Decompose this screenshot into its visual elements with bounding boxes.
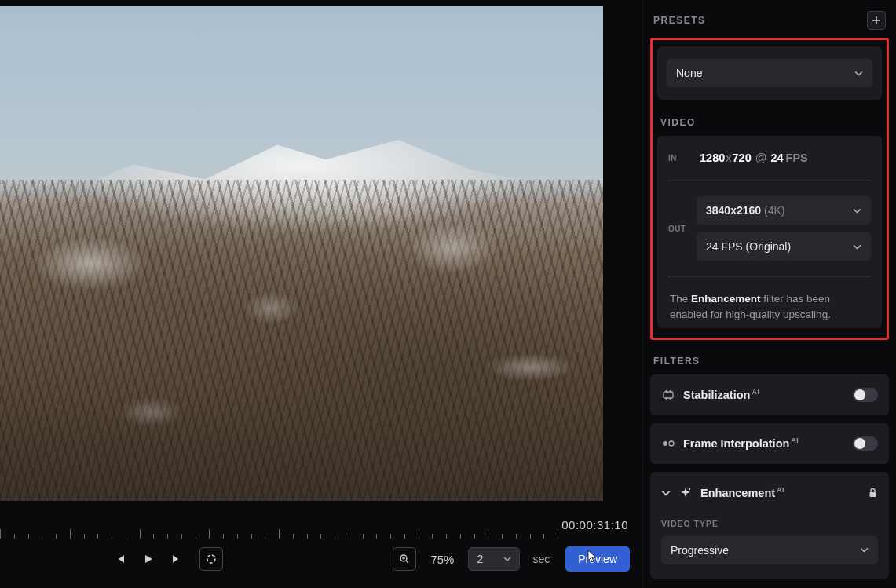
svg-point-6 [663, 441, 667, 446]
preset-card: None [657, 46, 882, 100]
enhancement-card: EnhancementAI VIDEO TYPE Progressive [650, 472, 889, 579]
video-type-select[interactable]: Progressive [661, 536, 878, 564]
video-section-title: VIDEO [660, 117, 696, 128]
filters-section-title: FILTERS [653, 356, 700, 367]
video-preview[interactable] [0, 6, 603, 501]
step-back-button[interactable] [110, 549, 130, 569]
svg-rect-5 [664, 392, 673, 398]
zoom-button[interactable] [393, 547, 416, 571]
out-fps-value: 24 FPS (Original) [706, 240, 791, 253]
enhancement-note: The Enhancement filter has been enabled … [668, 277, 871, 328]
chevron-down-icon [860, 546, 869, 554]
out-resolution-value: 3840x2160 (4K) [706, 204, 784, 217]
out-resolution-select[interactable]: 3840x2160 (4K) [697, 196, 871, 225]
out-tag: OUT [668, 225, 692, 233]
in-resolution: 1280x720@24FPS [700, 152, 808, 164]
preset-value: None [676, 67, 702, 79]
seconds-label: sec [532, 553, 550, 565]
playback-controls: 75% 2 sec Preview [0, 539, 642, 579]
chevron-down-icon [853, 243, 861, 251]
preview-button[interactable]: Preview [565, 546, 630, 572]
stabilization-icon [661, 388, 675, 402]
stabilization-label: StabilizationAI [683, 388, 759, 401]
highlight-annotation: None VIDEO IN 1280x720@24FPS OUT [650, 38, 889, 340]
video-in-row: IN 1280x720@24FPS [668, 136, 871, 180]
main-panel: 00:00:31:10 75% 2 sec Preview [0, 0, 642, 588]
stabilization-filter: StabilizationAI [650, 374, 889, 415]
preview-frame [0, 6, 603, 501]
add-preset-button[interactable] [867, 11, 886, 30]
chevron-down-icon [503, 555, 511, 563]
presets-header: PRESETS [650, 0, 889, 36]
loop-button[interactable] [199, 547, 223, 571]
side-panel: PRESETS None VIDEO IN [642, 0, 896, 588]
video-type-label: VIDEO TYPE [661, 500, 878, 536]
chevron-down-icon [661, 488, 671, 498]
svg-point-8 [689, 488, 690, 489]
video-type-value: Progressive [671, 544, 729, 557]
seconds-value: 2 [477, 553, 483, 565]
frame-interpolation-icon [661, 436, 675, 451]
frame-interpolation-label: Frame InterpolationAI [683, 436, 799, 450]
enhancement-header[interactable]: EnhancementAI [661, 486, 878, 500]
video-out-row: OUT 3840x2160 (4K) 24 FPS (Original) [668, 180, 871, 276]
play-button[interactable] [138, 549, 159, 569]
seconds-select[interactable]: 2 [468, 547, 520, 571]
timeline-track[interactable] [0, 515, 558, 539]
video-card: IN 1280x720@24FPS OUT 3840x2160 (4K) [657, 136, 882, 328]
stabilization-toggle[interactable] [853, 388, 878, 402]
frame-interpolation-toggle[interactable] [853, 436, 878, 451]
in-tag: IN [668, 154, 692, 163]
zoom-percent: 75% [430, 553, 454, 566]
svg-rect-9 [870, 492, 876, 497]
preset-select[interactable]: None [667, 59, 872, 87]
out-fps-select[interactable]: 24 FPS (Original) [697, 232, 871, 261]
lock-icon [868, 488, 878, 498]
chevron-down-icon [854, 69, 863, 78]
chevron-down-icon [853, 206, 861, 215]
timecode: 00:00:31:10 [561, 518, 628, 531]
sparkle-icon [678, 486, 693, 500]
svg-point-7 [669, 441, 674, 446]
presets-title: PRESETS [653, 15, 706, 26]
svg-line-2 [406, 561, 408, 563]
step-forward-button[interactable] [166, 549, 187, 569]
timeline: 00:00:31:10 [0, 515, 642, 539]
frame-interpolation-filter: Frame InterpolationAI [650, 423, 889, 464]
svg-point-0 [207, 555, 215, 563]
enhancement-label: EnhancementAI [700, 486, 784, 499]
